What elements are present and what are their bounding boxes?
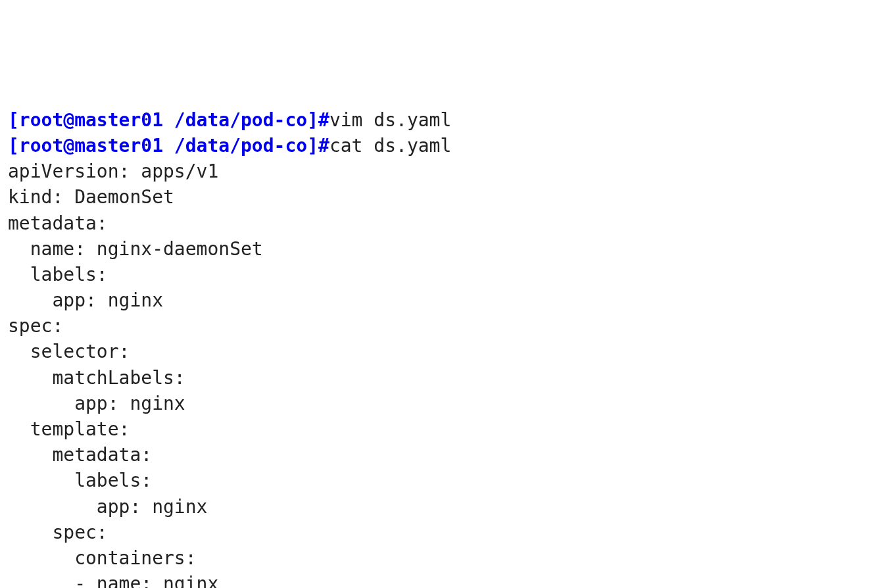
command-line-1: [root@master01 /data/pod-co]#vim ds.yaml bbox=[8, 107, 868, 133]
command-text: vim ds.yaml bbox=[329, 109, 451, 131]
yaml-line: apiVersion: apps/v1 bbox=[8, 159, 868, 184]
yaml-line: containers: bbox=[8, 545, 868, 571]
yaml-line: - name: nginx bbox=[8, 571, 868, 588]
yaml-line: selector: bbox=[8, 339, 868, 364]
shell-prompt: [root@master01 /data/pod-co]# bbox=[8, 135, 329, 157]
yaml-line: labels: bbox=[8, 262, 868, 287]
shell-prompt: [root@master01 /data/pod-co]# bbox=[8, 109, 329, 131]
yaml-line: kind: DaemonSet bbox=[8, 184, 868, 210]
yaml-line: app: nginx bbox=[8, 494, 868, 520]
terminal-output[interactable]: [root@master01 /data/pod-co]#vim ds.yaml… bbox=[8, 107, 868, 588]
yaml-line: template: bbox=[8, 416, 868, 442]
yaml-line: matchLabels: bbox=[8, 365, 868, 391]
yaml-line: metadata: bbox=[8, 210, 868, 236]
yaml-line: app: nginx bbox=[8, 391, 868, 416]
command-line-2: [root@master01 /data/pod-co]#cat ds.yaml bbox=[8, 133, 868, 159]
yaml-line: spec: bbox=[8, 520, 868, 545]
yaml-line: app: nginx bbox=[8, 287, 868, 313]
yaml-line: name: nginx-daemonSet bbox=[8, 236, 868, 262]
yaml-line: labels: bbox=[8, 468, 868, 493]
yaml-line: metadata: bbox=[8, 442, 868, 468]
command-text: cat ds.yaml bbox=[329, 135, 451, 157]
yaml-line: spec: bbox=[8, 313, 868, 339]
